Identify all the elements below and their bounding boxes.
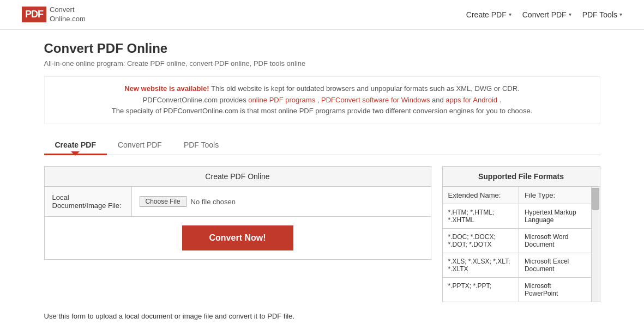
format-type: Microsoft Excel Document: [519, 253, 591, 278]
tab-create-pdf[interactable]: Create PDF: [44, 135, 107, 155]
notice-link3[interactable]: apps for Android: [446, 96, 497, 104]
notice-text3: ,: [317, 96, 321, 104]
scrollbar[interactable]: [591, 187, 600, 302]
file-input-row: Local Document/Image File: Choose File N…: [45, 187, 431, 217]
nav-create-pdf-arrow: ▾: [509, 11, 511, 17]
table-row: *.HTM; *.HTML; *.XHTMLHypertext Markup L…: [443, 204, 591, 229]
logo[interactable]: PDF Convert Online.com: [22, 5, 86, 24]
formats-wrapper: Extended Name: File Type: *.HTM; *.HTML;…: [443, 187, 600, 302]
nav-pdf-tools[interactable]: PDF Tools ▾: [582, 10, 622, 19]
formats-table: Extended Name: File Type: *.HTM; *.HTML;…: [443, 187, 591, 302]
table-row: *.XLS; *.XLSX; *.XLT; *.XLTXMicrosoft Ex…: [443, 253, 591, 278]
page-subtitle: All-in-one online program: Create PDF on…: [44, 59, 600, 68]
format-ext: *.HTM; *.HTML; *.XHTML: [443, 204, 519, 229]
convert-now-button[interactable]: Convert Now!: [182, 225, 293, 250]
notice-banner: New website is available! This old websi…: [44, 76, 600, 124]
notice-text1: This old website is kept for outdated br…: [211, 84, 520, 93]
scroll-thumb: [592, 188, 599, 210]
format-type: Hypertext Markup Language: [519, 204, 591, 229]
logo-text: Convert Online.com: [50, 5, 86, 24]
notice-text2: PDFConvertOnline.com provides: [143, 96, 249, 104]
instruction-line1: Use this form to upload a local document…: [44, 311, 600, 322]
notice-highlight: New website is available!: [124, 84, 209, 93]
notice-link1[interactable]: online PDF programs: [248, 96, 315, 104]
supported-formats-header: Supported File Formats: [443, 167, 600, 187]
format-type: Microsoft Word Document: [519, 229, 591, 253]
nav-convert-pdf[interactable]: Convert PDF ▾: [522, 10, 571, 19]
nav-create-pdf[interactable]: Create PDF ▾: [466, 10, 511, 19]
nav-convert-pdf-label: Convert PDF: [522, 10, 567, 19]
formats-col-type: File Type:: [519, 187, 591, 204]
file-input-field: Choose File No file chosen: [132, 187, 431, 216]
choose-file-button[interactable]: Choose File: [140, 196, 186, 207]
file-input-label: Local Document/Image File:: [45, 187, 132, 216]
table-row: *.DOC; *.DOCX; *.DOT; *.DOTXMicrosoft Wo…: [443, 229, 591, 253]
create-pdf-panel-header: Create PDF Online: [45, 167, 431, 187]
table-row: *.PPTX; *.PPT;Microsoft PowerPoint: [443, 278, 591, 302]
tab-pdf-tools[interactable]: PDF Tools: [173, 135, 230, 155]
format-ext: *.XLS; *.XLSX; *.XLT; *.XLTX: [443, 253, 519, 278]
notice-text6: The specialty of PDFConvertOnline.com is…: [112, 107, 532, 115]
formats-col-ext: Extended Name:: [443, 187, 519, 204]
nav-pdf-tools-arrow: ▾: [619, 11, 622, 17]
nav-pdf-tools-label: PDF Tools: [582, 10, 617, 19]
notice-text5: .: [499, 96, 502, 104]
logo-line2: Online.com: [50, 15, 86, 24]
nav-convert-pdf-arrow: ▾: [569, 11, 571, 17]
logo-line1: Convert: [50, 5, 86, 15]
instructions: Use this form to upload a local document…: [44, 311, 600, 324]
convert-row: Convert Now!: [45, 217, 431, 259]
create-pdf-panel: Create PDF Online Local Document/Image F…: [44, 166, 431, 260]
supported-formats-panel: Supported File Formats Extended Name: Fi…: [442, 166, 600, 302]
tabs-bar: Create PDF Convert PDF PDF Tools: [44, 135, 600, 155]
format-ext: *.DOC; *.DOCX; *.DOT; *.DOTX: [443, 229, 519, 253]
no-file-text: No file chosen: [191, 198, 236, 206]
tab-convert-pdf[interactable]: Convert PDF: [107, 135, 173, 155]
main-nav: Create PDF ▾ Convert PDF ▾ PDF Tools ▾: [466, 10, 622, 19]
page-title: Convert PDF Online: [44, 41, 600, 56]
format-type: Microsoft PowerPoint: [519, 278, 591, 302]
logo-pdf: PDF: [22, 7, 46, 22]
nav-create-pdf-label: Create PDF: [466, 10, 507, 19]
site-header: PDF Convert Online.com Create PDF ▾ Conv…: [0, 0, 644, 30]
main-layout: Create PDF Online Local Document/Image F…: [44, 166, 600, 302]
page-content: Convert PDF Online All-in-one online pro…: [22, 30, 622, 324]
format-ext: *.PPTX; *.PPT;: [443, 278, 519, 302]
formats-scroll[interactable]: Extended Name: File Type: *.HTM; *.HTML;…: [443, 187, 591, 302]
notice-text4: and: [432, 96, 446, 104]
notice-link2[interactable]: PDFConvert software for Windows: [321, 96, 430, 104]
